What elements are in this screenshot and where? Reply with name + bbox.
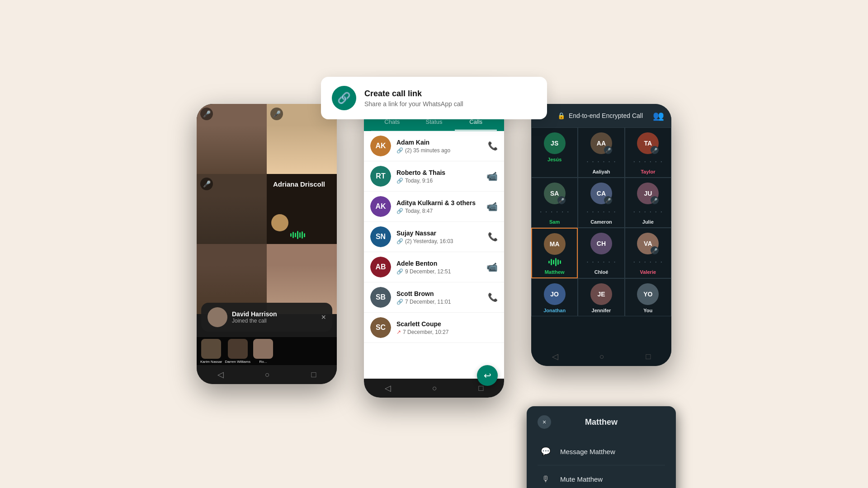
phones-container: 🎤 🎤 🎤 Adriana Driscoll [197, 90, 671, 398]
call-time-roberto: Today, 9:16 [405, 178, 433, 184]
p-avatar-matthew: MA [544, 233, 566, 255]
audio-dots-chloe: · · · · · · [586, 257, 616, 267]
add-people-button[interactable]: 👥 [653, 110, 664, 121]
mute-action-label: Mute Matthew [560, 475, 603, 483]
mic-icon-valerie: 🎤 [651, 246, 659, 254]
notif-avatar [208, 307, 227, 327]
mic-icon-aaliyah: 🎤 [604, 146, 612, 154]
call-time-aditya: Today, 8:47 [405, 208, 433, 214]
p-avatar-taylor: TA 🎤 [637, 132, 659, 154]
call-name-sujay: Sujay Nassar [396, 230, 482, 237]
fab-icon: ↩ [484, 370, 491, 381]
call-item-aditya[interactable]: AK Aditya Kulkarni & 3 others 🔗 Today, 8… [364, 192, 504, 222]
call-type-icon-scott[interactable]: 📞 [488, 292, 498, 302]
popup-mute-action[interactable]: 🎙 Mute Matthew [538, 465, 665, 488]
p-name-sam: Sam [549, 219, 560, 225]
call-detail-roberto: 🔗 Today, 9:16 [396, 178, 481, 184]
adriana-avatar [271, 214, 288, 231]
back-nav-icon-2[interactable]: ◁ [385, 383, 391, 393]
p-avatar-valerie: VA 🎤 [637, 233, 659, 254]
recents-nav-icon[interactable]: □ [311, 370, 316, 380]
participant-card-valerie[interactable]: VA 🎤 · · · · · · Valerie [625, 228, 671, 278]
participant-card-taylor[interactable]: TA 🎤 · · · · · · Taylor [625, 127, 671, 178]
new-call-fab[interactable]: ↩ [477, 365, 498, 386]
strip-item-karim: Karim Nassar [200, 339, 222, 364]
call-header: ← 🔒 End-to-end Encrypted Call 👥 [531, 104, 671, 127]
avatar-sujay: SN [370, 226, 391, 247]
participant-card-julie[interactable]: JU 🎤 · · · · · · Julie [625, 178, 671, 228]
waveform-matthew [548, 258, 561, 267]
call-type-icon-adele[interactable]: 📹 [486, 262, 498, 272]
home-nav-icon-3[interactable]: ○ [599, 352, 604, 361]
back-nav-icon[interactable]: ◁ [217, 370, 224, 380]
call-header-title: End-to-end Encrypted Call [569, 112, 643, 119]
p-avatar-jonathan: JO [544, 283, 566, 305]
p-avatar-cameron: CA 🎤 [590, 183, 612, 204]
call-time-sujay: (2) Yesterday, 16:03 [405, 238, 453, 244]
participant-card-jennifer[interactable]: JE Jennifer [578, 278, 624, 316]
call-type-icon-roberto[interactable]: 📹 [486, 171, 498, 182]
adriana-waveform [290, 230, 305, 239]
participant-card-aaliyah[interactable]: AA 🎤 · · · · · · Aaliyah [578, 127, 624, 178]
phone2-body: WhatsApp 📷 🔍 ⋮ Chats Status Cal [364, 90, 504, 398]
call-info-scott: Scott Brown 🔗 7 December, 11:01 [396, 290, 482, 305]
call-header-center: 🔒 End-to-end Encrypted Call [557, 112, 643, 119]
phone3-body: ← 🔒 End-to-end Encrypted Call 👥 JS Jesús [531, 104, 671, 366]
participant-card-chloe[interactable]: CH · · · · · · Chloé [578, 228, 624, 278]
p-avatar-aaliyah: AA 🎤 [590, 132, 612, 154]
participant-card-matthew[interactable]: MA Matthew [531, 228, 578, 278]
avatar-scarlett: SC [370, 317, 391, 338]
popup-close-button[interactable]: × [538, 415, 551, 429]
strip-name-karim: Karim Nassar [200, 360, 222, 364]
call-item-adam[interactable]: AK Adam Kain 🔗 (2) 35 minutes ago 📞 [364, 131, 504, 161]
call-item-scott[interactable]: SB Scott Brown 🔗 7 December, 11:01 📞 [364, 282, 504, 313]
call-type-icon-adam[interactable]: 📞 [488, 141, 498, 151]
avatar-scott: SB [370, 287, 391, 308]
mic-icon-julie: 🎤 [651, 196, 659, 204]
call-detail-scott: 🔗 7 December, 11:01 [396, 299, 482, 305]
video-cell-3: 🎤 [197, 174, 267, 244]
mute-icon-1: 🎤 [200, 108, 213, 120]
audio-dots-taylor: · · · · · · [633, 157, 663, 166]
participant-card-sam[interactable]: SA 🎤 · · · · · · Sam [531, 178, 578, 228]
p-avatar-jennifer: JE [590, 283, 612, 305]
call-info-aditya: Aditya Kulkarni & 3 others 🔗 Today, 8:47 [396, 199, 481, 214]
call-item-sujay[interactable]: SN Sujay Nassar 🔗 (2) Yesterday, 16:03 📞 [364, 222, 504, 252]
mute-icon-2: 🎤 [270, 108, 283, 120]
call-info-roberto: Roberto & Thais 🔗 Today, 9:16 [396, 169, 481, 184]
popup-header: × Matthew [538, 415, 665, 429]
mute-icon-3: 🎤 [200, 178, 213, 190]
call-name-scarlett: Scarlett Coupe [396, 320, 498, 328]
call-link-icon: 🔗 [332, 86, 356, 110]
call-type-icon-aditya[interactable]: 📹 [486, 201, 498, 212]
back-nav-icon-3[interactable]: ◁ [552, 352, 558, 361]
call-time-adam: (2) 35 minutes ago [405, 147, 450, 154]
create-call-subtitle: Share a link for your WhatsApp call [364, 100, 463, 108]
adriana-name: Adriana Driscoll [271, 178, 327, 190]
call-info-scarlett: Scarlett Coupe ↗ 7 December, 10:27 [396, 320, 498, 335]
avatar-roberto: RT [370, 166, 391, 187]
strip-item-ro: Ro... [253, 339, 273, 364]
call-item-adele[interactable]: AB Adele Benton 🔗 9 December, 12:51 📹 [364, 252, 504, 282]
participant-card-jesus[interactable]: JS Jesús [531, 127, 578, 178]
call-type-icon-sujay[interactable]: 📞 [488, 232, 498, 242]
participant-card-jonathan[interactable]: JO Jonathan [531, 278, 578, 316]
participant-card-cameron[interactable]: CA 🎤 · · · · · · Cameron [578, 178, 624, 228]
notif-close-button[interactable]: × [321, 313, 326, 322]
strip-avatar-ro [253, 339, 273, 359]
recents-nav-icon-3[interactable]: □ [646, 352, 651, 361]
phone-video-call: 🎤 🎤 🎤 Adriana Driscoll [197, 104, 337, 384]
phone3-bottom-nav: ◁ ○ □ [531, 347, 671, 366]
home-nav-icon-2[interactable]: ○ [432, 384, 437, 393]
popup-message-action[interactable]: 💬 Message Matthew [538, 438, 665, 465]
avatar-aditya: AK [370, 196, 391, 217]
call-item-roberto[interactable]: RT Roberto & Thais 🔗 Today, 9:16 📹 [364, 161, 504, 192]
p-avatar-jesus: JS [544, 132, 566, 154]
call-name-aditya: Aditya Kulkarni & 3 others [396, 199, 481, 206]
audio-dots-cameron: · · · · · · [586, 207, 616, 216]
call-item-scarlett[interactable]: SC Scarlett Coupe ↗ 7 December, 10:27 [364, 313, 504, 343]
participant-card-you[interactable]: YO You [625, 278, 671, 316]
home-nav-icon[interactable]: ○ [265, 370, 270, 380]
phone1-bottom-nav: ◁ ○ □ [197, 365, 337, 384]
p-name-matthew: Matthew [545, 269, 565, 275]
